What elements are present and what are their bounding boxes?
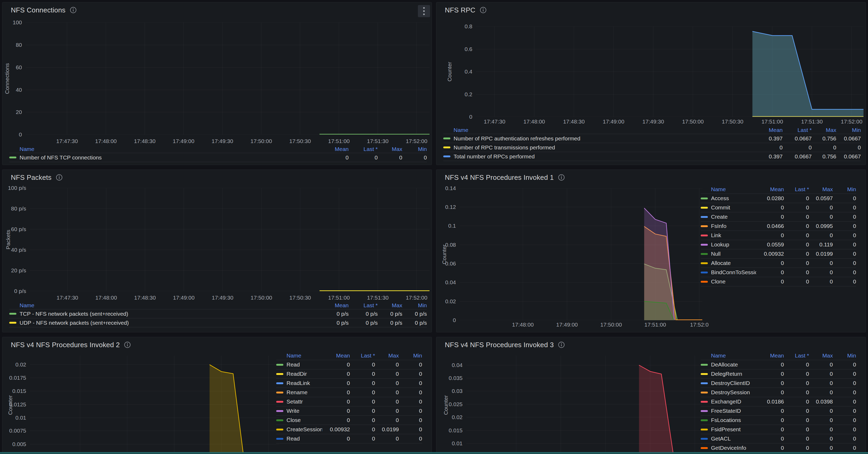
- legend-value-cell: 0.0667: [783, 135, 812, 142]
- legend-row[interactable]: Rename0000: [276, 388, 422, 397]
- legend-row[interactable]: GetACL0000: [701, 434, 856, 444]
- series-color-swatch: [276, 382, 283, 384]
- legend-header-name[interactable]: Name: [9, 302, 309, 309]
- legend-header-max[interactable]: Max: [378, 302, 402, 309]
- legend-header-max[interactable]: Max: [809, 353, 833, 359]
- legend-row[interactable]: Null0.0093200.01990: [701, 249, 856, 259]
- legend-row[interactable]: Lookup0.055900.1190: [701, 240, 856, 249]
- legend-row[interactable]: ExchangeID0.018600.03980: [701, 397, 856, 406]
- legend-row[interactable]: Number of NFS TCP connections0000: [9, 153, 427, 162]
- time-series-plot[interactable]: [476, 26, 864, 117]
- info-icon[interactable]: [124, 341, 131, 348]
- legend-header-mean[interactable]: Mean: [756, 353, 784, 359]
- legend-row[interactable]: TCP - NFS network packets (sent+received…: [9, 309, 427, 319]
- legend-row[interactable]: GetDeviceInfo0000: [701, 444, 856, 453]
- legend-row[interactable]: FreeStateID0000: [701, 406, 856, 416]
- legend-value-cell: 0.0398: [809, 398, 833, 405]
- legend-row[interactable]: Read0000: [276, 360, 422, 369]
- legend-header-min[interactable]: Min: [399, 353, 422, 359]
- legend-row[interactable]: Number of RPC transmissions performed000…: [443, 143, 861, 152]
- legend-header-min[interactable]: Min: [833, 353, 856, 359]
- legend-row[interactable]: Access0.028000.05970: [701, 194, 856, 203]
- legend-row[interactable]: Link0000: [701, 231, 856, 240]
- legend-header-max[interactable]: Max: [812, 127, 836, 133]
- legend-row[interactable]: ReadDir0000: [276, 369, 422, 379]
- legend-name-cell: FsLocations: [701, 417, 756, 423]
- legend-header-last[interactable]: Last *: [784, 186, 809, 192]
- legend-value-cell: 0: [784, 204, 809, 211]
- legend-row[interactable]: BindConnToSession0000: [701, 268, 856, 277]
- panel-title[interactable]: NFS RPC: [445, 6, 475, 14]
- info-icon[interactable]: [70, 7, 76, 13]
- legend-row[interactable]: Clone0000: [701, 277, 856, 286]
- legend-value-cell: 0: [784, 260, 809, 266]
- legend-header-last[interactable]: Last *: [349, 302, 378, 309]
- info-icon[interactable]: [558, 341, 565, 348]
- legend-header-min[interactable]: Min: [402, 302, 427, 309]
- legend-row[interactable]: Commit0000: [701, 203, 856, 212]
- legend-value-cell: 0: [756, 260, 784, 266]
- x-tick-label: 17:49:30: [643, 118, 664, 125]
- panel-title[interactable]: NFS Packets: [11, 174, 52, 182]
- legend-row[interactable]: UDP - NFS network packets (sent+received…: [9, 319, 427, 327]
- legend-header-last[interactable]: Last *: [784, 353, 809, 359]
- legend-header-name[interactable]: Name: [443, 127, 743, 133]
- legend-row[interactable]: DestroySession0000: [701, 388, 856, 397]
- legend-row[interactable]: DestroyClientID0000: [701, 379, 856, 388]
- series-color-swatch: [701, 419, 708, 421]
- legend-row[interactable]: CreateSession0.0093200.01990: [276, 425, 422, 434]
- legend-row[interactable]: ReadLink0000: [276, 379, 422, 388]
- legend-row[interactable]: FsLocations0000: [701, 416, 856, 425]
- legend-header-name[interactable]: Name: [9, 146, 309, 152]
- legend-header-last[interactable]: Last *: [783, 127, 812, 133]
- legend-row[interactable]: Total number of RPCs performed0.3970.066…: [443, 152, 861, 161]
- legend-row[interactable]: DelegReturn0000: [701, 369, 856, 379]
- legend-header-mean[interactable]: Mean: [322, 353, 350, 359]
- legend-header-name[interactable]: Name: [276, 353, 322, 359]
- legend-header-name[interactable]: Name: [701, 353, 756, 359]
- legend-row[interactable]: FsInfo0.046600.09950: [701, 221, 856, 231]
- legend-row[interactable]: Write0000: [276, 406, 422, 416]
- legend-row[interactable]: Close0000: [276, 416, 422, 425]
- legend-row[interactable]: DeAllocate0000: [701, 360, 856, 369]
- panel-title[interactable]: NFS Connections: [11, 6, 66, 14]
- legend-row[interactable]: Create0000: [701, 212, 856, 221]
- time-series-plot[interactable]: [466, 356, 702, 454]
- legend-row[interactable]: Setattr0000: [276, 397, 422, 406]
- panel-menu-kebab-icon[interactable]: [418, 5, 430, 17]
- legend-header-name[interactable]: Name: [701, 186, 756, 192]
- panel-title[interactable]: NFS v4 NFS Procedures Invoked 1: [445, 174, 554, 182]
- legend-header-mean[interactable]: Mean: [743, 127, 783, 133]
- info-icon[interactable]: [558, 174, 565, 181]
- legend-value-cell: 0.0597: [809, 195, 833, 202]
- legend-header-last[interactable]: Last *: [350, 353, 375, 359]
- legend-header-mean[interactable]: Mean: [756, 186, 784, 192]
- legend-header-max[interactable]: Max: [378, 146, 402, 152]
- time-series-plot[interactable]: [30, 356, 279, 454]
- time-series-plot[interactable]: [30, 188, 430, 291]
- legend-row[interactable]: FsidPresent0000: [701, 425, 856, 434]
- legend-row[interactable]: Read0000: [276, 434, 422, 444]
- legend-name-cell: DelegReturn: [701, 371, 756, 377]
- legend-row[interactable]: Allocate0000: [701, 259, 856, 268]
- panel-title[interactable]: NFS v4 NFS Procedures Invoked 2: [11, 341, 120, 349]
- legend-header-min[interactable]: Min: [402, 146, 427, 152]
- panel-title[interactable]: NFS v4 NFS Procedures Invoked 3: [445, 341, 554, 349]
- legend-row[interactable]: Number of RPC authentication refreshes p…: [443, 134, 861, 143]
- legend-header-min[interactable]: Min: [833, 186, 856, 192]
- legend-header-min[interactable]: Min: [836, 127, 861, 133]
- legend-header-mean[interactable]: Mean: [309, 146, 349, 152]
- legend-header-mean[interactable]: Mean: [309, 302, 349, 309]
- y-axis-title: Counter: [446, 62, 453, 82]
- legend-value-cell: 0: [809, 278, 833, 285]
- time-series-plot[interactable]: [460, 188, 702, 320]
- legend-header-max[interactable]: Max: [375, 353, 399, 359]
- legend-table: NameMeanLast *MaxMinDeAllocate0000DelegR…: [701, 352, 856, 453]
- info-icon[interactable]: [56, 174, 63, 181]
- info-icon[interactable]: [480, 7, 487, 13]
- legend-value-cell: 0: [784, 389, 809, 396]
- legend-header-last[interactable]: Last *: [349, 146, 378, 152]
- legend-header-max[interactable]: Max: [809, 186, 833, 192]
- legend-table: NameMeanLast *MaxMinTCP - NFS network pa…: [9, 301, 427, 327]
- time-series-plot[interactable]: [26, 23, 430, 134]
